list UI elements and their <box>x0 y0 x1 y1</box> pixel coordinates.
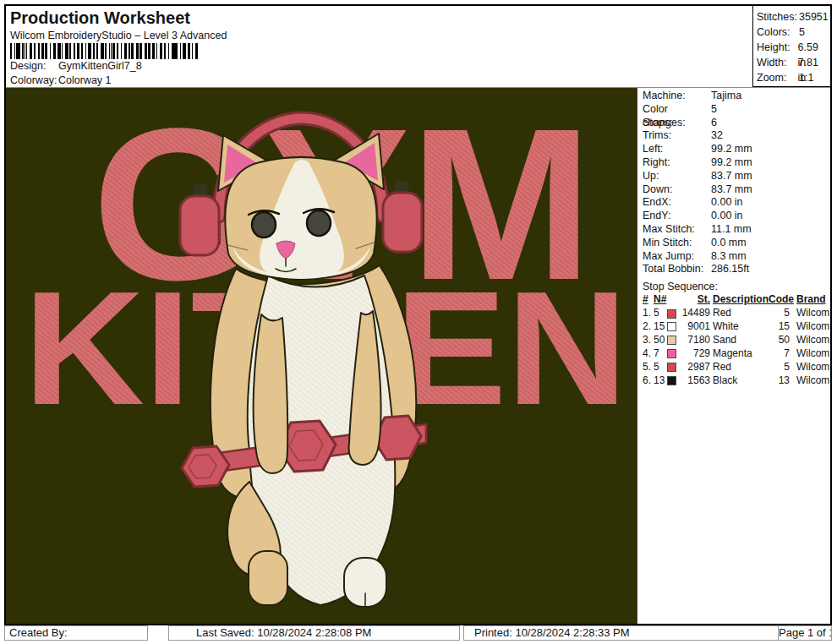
machine-row: Color changes:5 <box>643 103 830 117</box>
details-panel: Machine:Tajima Color changes:5 Stops:6 T… <box>637 88 830 624</box>
stop-sequence-row: 2. 15 9001 White 15 Wilcom <box>643 320 830 334</box>
thread-color-swatch <box>667 322 676 331</box>
footer-printed: Printed: 10/28/2024 2:28:33 PM <box>463 625 790 641</box>
page-title: Production Worksheet <box>10 8 190 28</box>
machine-row: Left:99.2 mm <box>643 143 830 156</box>
cat-left-foot <box>249 551 287 605</box>
thread-color-swatch <box>667 336 676 345</box>
footer-last-saved: Last Saved: 10/28/2024 2:28:08 PM <box>168 625 460 641</box>
machine-row: Max Stitch:11.1 mm <box>643 223 830 237</box>
stop-sequence-row: 4. 7 729 Magenta 7 Wilcom <box>643 347 830 361</box>
header: Production Worksheet Wilcom EmbroiderySt… <box>6 6 830 88</box>
footer-created-by: Created By: <box>4 625 148 641</box>
footer-page-number: Page 1 of 1 <box>778 625 832 641</box>
design-row: Design: GymKittenGirl7_8 <box>10 60 142 72</box>
gym-kitten-design: GYM GYM KITTEN KITTEN <box>6 88 637 624</box>
machine-row: Up:83.7 mm <box>643 170 830 183</box>
embroidery-preview: GYM GYM KITTEN KITTEN <box>6 88 637 624</box>
stop-sequence-row: 3. 50 7180 Sand 50 Wilcom <box>643 334 830 347</box>
content: GYM GYM KITTEN KITTEN <box>6 88 830 624</box>
barcode-image <box>10 43 200 59</box>
machine-row: Total Bobbin:286.15ft <box>643 263 830 276</box>
stat-zoom: Zoom: 1:1 <box>757 70 829 85</box>
machine-row: EndY:0.00 in <box>643 210 830 223</box>
stop-sequence-header-row: # N# St. Description Code Brand <box>643 293 830 307</box>
thread-color-swatch <box>667 363 676 372</box>
thread-color-swatch <box>667 309 676 319</box>
stat-width: Width: 7.81 in <box>757 55 829 70</box>
thread-color-swatch <box>667 376 676 385</box>
stat-height: Height: 6.59 in <box>757 40 829 55</box>
colorway-value: Colorway 1 <box>58 74 112 86</box>
stop-sequence-row: 5. 5 2987 Red 5 Wilcom <box>643 361 830 374</box>
stop-sequence-table: # N# St. Description Code Brand 1. 5 144… <box>643 293 830 387</box>
machine-row: Down:83.7 mm <box>643 183 830 197</box>
colorway-label: Colorway: <box>10 74 58 86</box>
machine-row: Machine:Tajima <box>643 90 830 103</box>
machine-row: Trims:32 <box>643 129 830 143</box>
design-value: GymKittenGirl7_8 <box>58 60 142 72</box>
worksheet-frame: Production Worksheet Wilcom EmbroiderySt… <box>4 4 832 625</box>
stat-colors: Colors: 5 <box>757 25 829 40</box>
app-subtitle: Wilcom EmbroideryStudio – Level 3 Advanc… <box>10 30 227 41</box>
thread-color-swatch <box>667 349 676 358</box>
machine-row: Stops:6 <box>643 117 830 130</box>
stat-stitches: Stitches: 35951 <box>757 9 829 25</box>
machine-row: EndX:0.00 in <box>643 196 830 210</box>
stop-sequence-row: 1. 5 14489 Red 5 Wilcom <box>643 307 830 320</box>
colorway-row: Colorway: Colorway 1 <box>10 74 112 86</box>
design-stats-box: Stitches: 35951 Colors: 5 Height: 6.59 i… <box>752 6 830 87</box>
machine-row: Right:99.2 mm <box>643 156 830 170</box>
design-label: Design: <box>10 60 58 72</box>
stop-sequence-title: Stop Sequence: <box>643 280 830 293</box>
machine-row: Max Jump:8.3 mm <box>643 250 830 264</box>
stop-sequence-row: 6. 13 1563 Black 13 Wilcom <box>643 374 830 388</box>
machine-row: Min Stitch:0.0 mm <box>643 237 830 250</box>
